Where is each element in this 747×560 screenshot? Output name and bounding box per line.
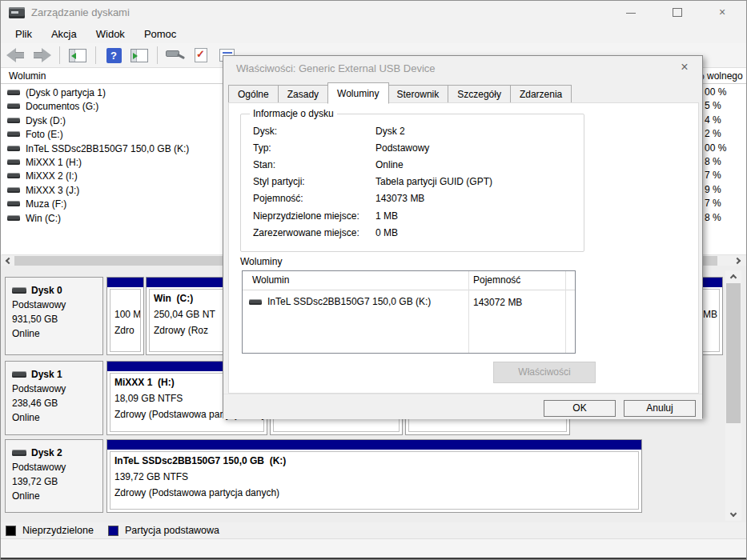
disk-type: Podstawowy (12, 460, 102, 474)
help-button[interactable]: ? (103, 46, 124, 65)
title-bar: Zarządzanie dyskami × (1, 1, 746, 25)
disk-size: 139,72 GB (12, 474, 102, 489)
ok-button[interactable]: OK (544, 400, 616, 417)
volume-table-row[interactable]: InTeL SSDsc2BB150G7 150,0 GB (K:) (243, 294, 575, 310)
disk-size: 238,46 GB (12, 396, 102, 410)
disk-name: Dysk 0 (31, 283, 62, 298)
legend-label: Partycja podstawowa (125, 525, 219, 536)
console-tree-button[interactable] (67, 46, 88, 65)
close-button[interactable]: × (710, 6, 734, 20)
commit-button[interactable]: ✓ (191, 46, 211, 65)
free-percent-value: 4 % (705, 114, 745, 127)
vertical-scroll-thumb[interactable] (726, 283, 741, 423)
action-pane-icon (131, 49, 148, 62)
commit-check-icon: ✓ (195, 48, 207, 62)
disk2-partition-1[interactable]: InTeL SSDsc2BB150G7 150,0 GB (K:) 139,72… (106, 439, 642, 513)
help-icon: ? (106, 48, 122, 63)
column-divider (565, 271, 566, 353)
tab-woluminy[interactable]: Woluminy (327, 82, 388, 104)
info-value: Podstawowy (376, 142, 429, 154)
volume-row[interactable]: (Dysk 0 partycja 1) (1, 86, 217, 99)
volume-row[interactable]: Win (C:) (1, 211, 217, 225)
cancel-button[interactable]: Anuluj (624, 400, 696, 417)
scroll-right-arrow[interactable] (732, 255, 744, 266)
free-percent-value: 7 % (705, 169, 745, 182)
info-label: Dysk: (253, 126, 373, 137)
free-percent-value: 7 % (705, 197, 745, 210)
partition-color-stripe (107, 440, 641, 450)
status-bar (1, 538, 747, 558)
back-icon (6, 50, 26, 61)
volumes-table: Wolumin Pojemność InTeL SSDsc2BB150G7 15… (242, 270, 576, 354)
tab-szczegoly[interactable]: Szczegóły (448, 85, 511, 103)
menu-plik[interactable]: Plik (7, 26, 40, 42)
volume-label: Muza (F:) (26, 198, 66, 210)
volume-row[interactable]: Muza (F:) (1, 197, 217, 210)
minimize-button[interactable] (619, 6, 643, 20)
scroll-up-arrow[interactable] (725, 270, 741, 282)
tab-sterownik[interactable]: Sterownik (388, 85, 449, 103)
maximize-button[interactable] (665, 6, 689, 20)
volume-label: (Dysk 0 partycja 1) (26, 87, 106, 98)
column-pojemnosc[interactable]: Pojemność (473, 274, 520, 286)
vertical-scrollbar[interactable] (725, 270, 741, 521)
free-percent-value: 8 % (705, 211, 745, 225)
disk0-partition-1[interactable]: 100 M Zdro (106, 277, 144, 355)
column-wolumin[interactable]: Wolumin (252, 274, 289, 286)
scroll-left-arrow[interactable] (2, 255, 14, 266)
info-label: Nieprzydzielone miejsce: (253, 210, 373, 222)
volume-icon (7, 118, 20, 123)
disk-name: Dysk 1 (31, 367, 62, 382)
tab-zdarzenia[interactable]: Zdarzenia (511, 85, 572, 103)
menu-widok[interactable]: Widok (88, 26, 133, 42)
volume-label: Dysk (D:) (26, 115, 66, 126)
tab-ogolne[interactable]: Ogólne (228, 85, 279, 103)
volume-row[interactable]: Foto (E:) (1, 127, 217, 141)
volume-row[interactable]: Documentos (G:) (1, 99, 217, 113)
volume-row[interactable]: MiXXX 1 (H:) (1, 155, 217, 169)
info-value: Online (376, 159, 404, 170)
disk-type: Podstawowy (12, 298, 102, 312)
disk2-label[interactable]: Dysk 2 Podstawowy 139,72 GB Online (5, 439, 103, 513)
disk-icon (12, 371, 26, 378)
info-label: Zarezerwowane miejsce: (253, 227, 373, 238)
volume-icon (7, 215, 20, 221)
column-free-percent[interactable]: % wolnego (696, 70, 744, 82)
volume-row[interactable]: MiXXX 2 (I:) (1, 169, 217, 182)
volumes-table-header: Wolumin Pojemność (243, 271, 575, 290)
disk1-label[interactable]: Dysk 1 Podstawowy 238,46 GB Online (5, 361, 103, 435)
back-button[interactable] (6, 46, 26, 65)
volume-icon (7, 131, 20, 137)
action-pane-button[interactable] (129, 46, 150, 65)
free-percent-value: 00 % (705, 142, 745, 155)
toolbar-separator (95, 46, 96, 64)
volume-row[interactable]: Dysk (D:) (1, 114, 217, 127)
toolbar-separator (157, 46, 158, 64)
disk0-label[interactable]: Dysk 0 Podstawowy 931,50 GB Online (5, 277, 103, 355)
volume-icon (249, 299, 262, 305)
disk-size: 931,50 GB (12, 312, 102, 326)
legend-bar: Nieprzydzielone Partycja podstawowa (1, 522, 747, 538)
tab-zasady[interactable]: Zasady (279, 85, 328, 103)
forward-button[interactable] (31, 46, 52, 65)
info-label: Stan: (253, 159, 373, 170)
volume-row[interactable]: InTeL SSDsc2BB150G7 150,0 GB (K:) (1, 142, 217, 155)
menu-akcja[interactable]: Akcja (43, 26, 85, 42)
menu-pomoc[interactable]: Pomoc (136, 26, 184, 42)
free-percent-value: 8 % (705, 155, 745, 169)
device-tool-button[interactable] (165, 46, 186, 65)
properties-dialog: Właściwości: Generic External USB Device… (223, 55, 703, 418)
dialog-close-icon[interactable]: × (675, 59, 694, 75)
column-wolumin[interactable]: Wolumin (9, 70, 46, 82)
scroll-down-arrow[interactable] (725, 509, 741, 521)
menu-bar: Plik Akcja Widok Pomoc (1, 25, 746, 43)
partition-body: 100 M Zdro (110, 289, 141, 352)
volume-label: MiXXX 2 (I:) (26, 170, 78, 182)
forward-icon (32, 50, 51, 61)
volume-row[interactable]: MiXXX 3 (J:) (1, 183, 217, 197)
console-tree-icon (69, 49, 86, 62)
volume-icon (7, 159, 20, 165)
disk-status: Online (12, 326, 102, 341)
properties-button[interactable]: Właściwości (493, 362, 596, 383)
disk-icon (12, 287, 26, 294)
